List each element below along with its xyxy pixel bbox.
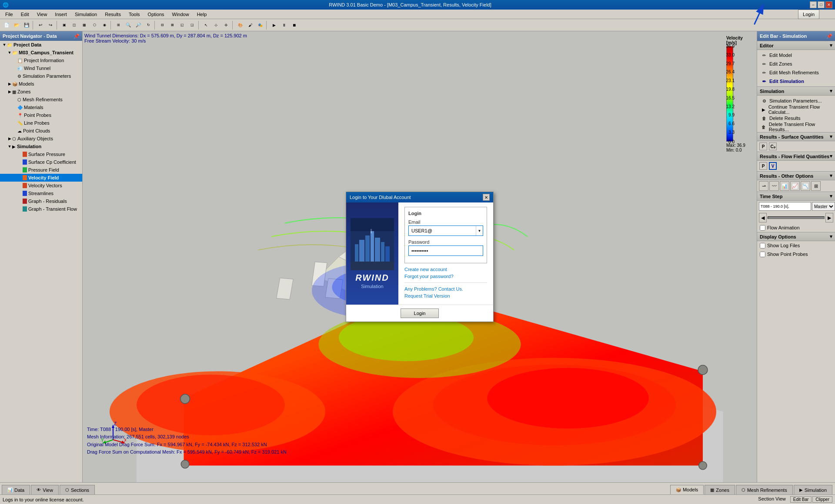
tab-simulation[interactable]: ▶ Simulation <box>794 485 832 494</box>
menu-file[interactable]: File <box>2 11 17 18</box>
contact-us-link[interactable]: Any Problems? Contact Us. <box>404 286 487 292</box>
login-submit-button[interactable]: Login <box>401 308 439 318</box>
display-options-arrow[interactable]: ▾ <box>830 234 832 239</box>
menu-tools[interactable]: Tools <box>125 11 144 18</box>
tab-mesh-refinements[interactable]: ⬡ Mesh Refinements <box>736 485 793 494</box>
tb-color2[interactable]: 🖌 <box>245 20 255 30</box>
flow-animation-checkbox[interactable] <box>760 225 765 231</box>
tree-line-probes[interactable]: 📏 Line Probes <box>0 119 82 127</box>
tb-pause[interactable]: ⏸ <box>279 20 289 30</box>
maximize-button[interactable]: □ <box>818 1 825 8</box>
tree-sim-params[interactable]: ⚙ Simulation Parameters <box>0 72 82 80</box>
edit-simulation-item[interactable]: ✏ Edit Simulation <box>759 77 833 86</box>
tree-mesh-ref[interactable]: ⬡ Mesh Refinements <box>0 96 82 103</box>
menu-simulation[interactable]: Simulation <box>71 11 100 18</box>
slider-bar[interactable] <box>768 216 825 219</box>
delete-transient-item[interactable]: 🗑 Delete Transient Flow Results... <box>759 123 833 131</box>
create-account-link[interactable]: Create new account <box>404 267 487 272</box>
tree-surface-cp[interactable]: Surface Cp Coefficient <box>0 158 82 166</box>
clipper-button[interactable]: Clipper <box>812 496 832 503</box>
login-button[interactable]: Login <box>798 10 819 19</box>
tree-surface-pressure[interactable]: Surface Pressure <box>0 150 82 158</box>
timestep-input[interactable] <box>759 202 811 211</box>
continue-transient-item[interactable]: ▶ Continue Transient Flow Calculat... <box>759 105 833 114</box>
menu-results[interactable]: Results <box>101 11 124 18</box>
tb-play[interactable]: ▶ <box>269 20 279 30</box>
tb-color3[interactable]: 🎭 <box>255 20 265 30</box>
tb-select2[interactable]: ⊹ <box>211 20 221 30</box>
timestep-arrow[interactable]: ▾ <box>830 193 832 199</box>
password-input[interactable] <box>409 246 483 255</box>
tb-redo[interactable]: ↪ <box>46 20 55 30</box>
tree-materials[interactable]: 🔷 Materials <box>0 103 82 111</box>
menu-options[interactable]: Options <box>144 11 168 18</box>
tb-new[interactable]: 📄 <box>2 20 11 30</box>
tree-wind-tunnel[interactable]: 💨 Wind Tunnel <box>0 64 82 72</box>
other-options-arrow[interactable]: ▾ <box>830 173 832 179</box>
tb-open[interactable]: 📂 <box>12 20 21 30</box>
pressure-p-button[interactable]: P <box>759 143 767 150</box>
tb-save[interactable]: 💾 <box>22 20 31 30</box>
tb-render4[interactable]: ⬡ <box>90 20 99 30</box>
tb-view2[interactable]: ⊠ <box>167 20 177 30</box>
tb-render2[interactable]: ◫ <box>70 20 79 30</box>
edit-model-item[interactable]: ✏ Edit Model <box>759 51 833 60</box>
cp-button[interactable]: Cₚ <box>769 143 777 150</box>
tree-point-probes[interactable]: 📍 Point Probes <box>0 111 82 119</box>
slider-left-btn[interactable]: ◀ <box>759 213 767 222</box>
tb-zoom-in[interactable]: 🔍 <box>124 20 133 30</box>
minimize-button[interactable]: – <box>810 1 817 8</box>
tb-color1[interactable]: 🎨 <box>235 20 245 30</box>
tab-models[interactable]: 📦 Models <box>670 485 704 494</box>
nav-pin-icon[interactable]: 📌 <box>73 33 80 39</box>
menu-help[interactable]: Help <box>194 11 210 18</box>
simulation-section-arrow[interactable]: ▾ <box>830 88 832 94</box>
edit-zones-item[interactable]: ✏ Edit Zones <box>759 60 833 68</box>
tree-project-name[interactable]: ▼ 📁 M03_Campus_Transient <box>0 49 82 56</box>
right-panel-pin[interactable]: 📌 <box>826 33 832 39</box>
tb-stop[interactable]: ⏹ <box>289 20 299 30</box>
tree-models[interactable]: ▶ 📦 Models <box>0 80 82 88</box>
tree-pressure-field[interactable]: Pressure Field <box>0 166 82 174</box>
tree-streamlines[interactable]: Streamlines <box>0 189 82 197</box>
tb-view4[interactable]: ◲ <box>187 20 197 30</box>
opt-btn-2[interactable]: 〰 <box>769 181 779 191</box>
tab-zones[interactable]: ▦ Zones <box>705 485 735 494</box>
menu-view[interactable]: View <box>33 11 51 18</box>
dialog-close-button[interactable]: ✕ <box>483 194 490 201</box>
tb-undo[interactable]: ↩ <box>36 20 45 30</box>
flow-v-button[interactable]: V <box>769 162 777 170</box>
slider-right-btn[interactable]: ▶ <box>825 213 833 222</box>
email-dropdown-icon[interactable]: ▼ <box>476 226 483 235</box>
tab-view[interactable]: 👁 View <box>31 485 59 494</box>
menu-window[interactable]: Window <box>169 11 193 18</box>
tb-zoom-fit[interactable]: ⊞ <box>114 20 123 30</box>
forgot-password-link[interactable]: Forgot your password? <box>404 274 487 279</box>
edit-mesh-item[interactable]: ✏ Edit Mesh Refinements <box>759 68 833 77</box>
tb-zoom-out[interactable]: 🔎 <box>134 20 143 30</box>
menu-edit[interactable]: Edit <box>17 11 33 18</box>
tree-point-clouds[interactable]: ☁ Point Clouds <box>0 127 82 135</box>
opt-btn-1[interactable]: ⇀ <box>759 181 768 191</box>
tree-graph-transient[interactable]: Graph - Transient Flow <box>0 205 82 213</box>
request-trial-link[interactable]: Request Trial Version <box>404 293 487 298</box>
tree-velocity-field[interactable]: Velocity Field <box>0 174 82 182</box>
opt-btn-4[interactable]: 📈 <box>790 181 800 191</box>
tab-data[interactable]: 📊 Data <box>2 485 30 494</box>
tree-simulation[interactable]: ▼ ▶ Simulation <box>0 143 82 150</box>
tb-view3[interactable]: ◱ <box>177 20 187 30</box>
edit-bar-button[interactable]: Edit Bar <box>790 496 812 503</box>
tb-render5[interactable]: ◉ <box>100 20 109 30</box>
delete-results-item[interactable]: 🗑 Delete Results <box>759 114 833 123</box>
viewport[interactable]: Wind Tunnel Dimensions: Dx = 575.609 m, … <box>83 31 757 482</box>
tb-select1[interactable]: ↖ <box>201 20 211 30</box>
opt-btn-5[interactable]: 📉 <box>801 181 810 191</box>
tree-project-info[interactable]: 📋 Project Information <box>0 56 82 64</box>
surface-quantities-arrow[interactable]: ▾ <box>830 134 832 139</box>
show-point-probes-checkbox[interactable] <box>760 252 765 257</box>
timestep-select[interactable]: Master <box>812 202 835 211</box>
tb-rotate[interactable]: ↻ <box>144 20 153 30</box>
tb-view1[interactable]: ⊟ <box>157 20 167 30</box>
tree-velocity-vectors[interactable]: Velocity Vectors <box>0 182 82 189</box>
flow-field-arrow[interactable]: ▾ <box>830 153 832 159</box>
